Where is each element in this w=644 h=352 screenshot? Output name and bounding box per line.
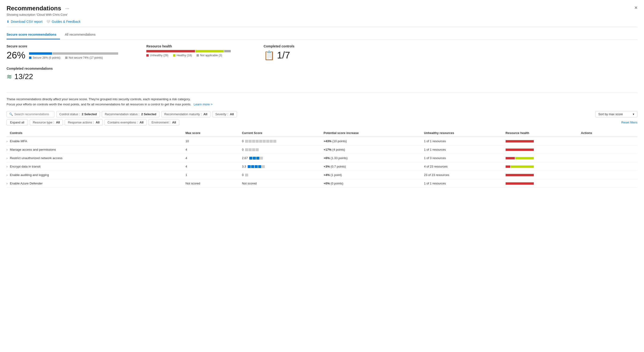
- secure-score-bar: [29, 52, 118, 55]
- table-row: ›Manage access and permissions40+17% (4 …: [6, 146, 638, 154]
- na-dot: [196, 54, 199, 57]
- reset-filters-link[interactable]: Reset filters: [621, 121, 638, 124]
- heart-icon: 🤍: [46, 20, 50, 24]
- completed-recommendations-block: Completed recommendations ≋ 13/22: [6, 67, 118, 81]
- resource-health-legend: Unhealthy (29) Healthy (18) Not applicab…: [146, 54, 231, 57]
- page-subtitle: Showing subscription 'Cloud With Chris C…: [6, 13, 638, 17]
- col-maxscore-header: Max score: [186, 129, 242, 137]
- completed-controls-value-row: 📋 1/7: [264, 50, 294, 61]
- guides-feedback-button[interactable]: 🤍 Guides & Feedback: [46, 20, 80, 24]
- row-actions: [581, 162, 638, 171]
- tab-secure-score[interactable]: Secure score recommendations: [6, 31, 60, 40]
- not-secure-dot: [65, 57, 68, 59]
- row-expand-arrow[interactable]: ›: [6, 171, 10, 179]
- environment-filter[interactable]: Environment : All: [148, 119, 179, 126]
- row-potential-score: +0% (0 points): [324, 179, 424, 188]
- search-box[interactable]: 🔍: [6, 111, 54, 117]
- row-actions: [581, 171, 638, 179]
- row-potential-score: +17% (4 points): [324, 146, 424, 154]
- download-csv-button[interactable]: ⬇ Download CSV report: [6, 20, 42, 24]
- row-actions: [581, 179, 638, 188]
- legend-not-secure: Not secure 74% (17 points): [65, 56, 103, 59]
- completed-recs-value-row: ≋ 13/22: [6, 72, 118, 81]
- row-expand-arrow[interactable]: ›: [6, 154, 10, 162]
- row-expand-arrow[interactable]: ›: [6, 162, 10, 171]
- row-resource-health: [506, 162, 581, 171]
- table-body: ›Enable MFA100+43% (10 points)1 of 1 res…: [6, 137, 638, 188]
- row-unhealthy-resources: 23 of 23 resources: [424, 171, 506, 179]
- recommendations-table: Controls Max score Current Score Potenti…: [6, 129, 638, 188]
- row-controls-name: Manage access and permissions: [10, 146, 186, 154]
- control-status-filter[interactable]: Control status : 2 Selected: [56, 111, 100, 117]
- severity-filter[interactable]: Severity : All: [212, 111, 237, 117]
- page-container: Recommendations ··· × Showing subscripti…: [0, 0, 644, 352]
- contains-exemptions-filter[interactable]: Contains exemptions : All: [104, 119, 146, 126]
- row-resource-health: [506, 171, 581, 179]
- row-unhealthy-resources: 4 of 23 resources: [424, 162, 506, 171]
- row-resource-health: [506, 179, 581, 188]
- secure-dot: [29, 57, 32, 59]
- secure-score-value: 26%: [6, 50, 25, 61]
- learn-more-link[interactable]: Learn more >: [194, 103, 212, 106]
- row-actions: [581, 154, 638, 162]
- completed-controls-value: 1/7: [277, 50, 290, 61]
- secure-score-label: Secure score: [6, 44, 118, 48]
- table-row: ›Enable MFA100+43% (10 points)1 of 1 res…: [6, 137, 638, 146]
- search-icon: 🔍: [9, 112, 13, 116]
- row-controls-name: Enable Azure Defender: [10, 179, 186, 188]
- rh-bar-unhealthy: [146, 50, 195, 52]
- completed-recs-label: Completed recommendations: [6, 67, 118, 70]
- row-unhealthy-resources: 1 of 1 resources: [424, 146, 506, 154]
- filters-row-1: 🔍 Control status : 2 Selected Recommenda…: [6, 111, 638, 117]
- row-max-score: 10: [186, 137, 242, 146]
- page-title: Recommendations: [6, 5, 61, 12]
- response-actions-filter[interactable]: Response actions : All: [65, 119, 102, 126]
- tab-all-recommendations[interactable]: All recommendations: [65, 31, 99, 40]
- sort-dropdown[interactable]: Sort by max score ▾: [595, 111, 638, 117]
- row-resource-health: [506, 154, 581, 162]
- secure-score-legend: Secure 26% (6 points) Not secure 74% (17…: [29, 56, 118, 59]
- filters-row-2: Expand all Resource type : All Response …: [6, 119, 638, 126]
- row-current-score: 3.3: [242, 162, 324, 171]
- filters-row-2-left: Expand all Resource type : All Response …: [6, 119, 179, 126]
- chevron-down-icon: ▾: [633, 112, 634, 116]
- rh-bar-na: [224, 50, 231, 52]
- col-controls-header: Controls: [10, 129, 186, 137]
- col-actions-header: Actions: [581, 129, 638, 137]
- col-unhealthy-header: Unhealthy resources: [424, 129, 506, 137]
- secure-score-block: Secure score 26% Secure 26% (6 points): [6, 44, 118, 86]
- row-controls-name: Restrict unauthorized network access: [10, 154, 186, 162]
- col-rh-header: Resource health: [506, 129, 581, 137]
- row-potential-score: +43% (10 points): [324, 137, 424, 146]
- row-max-score: 1: [186, 171, 242, 179]
- close-button[interactable]: ×: [634, 5, 638, 11]
- info-text-block: These recommendations directly affect yo…: [6, 97, 638, 107]
- table-header: Controls Max score Current Score Potenti…: [6, 129, 638, 137]
- completed-controls-label: Completed controls: [264, 44, 294, 48]
- row-expand-arrow[interactable]: ›: [6, 137, 10, 146]
- more-options-icon[interactable]: ···: [66, 6, 70, 11]
- controls-icon: 📋: [264, 50, 275, 61]
- recommendation-maturity-filter[interactable]: Recommendation maturity : All: [161, 111, 210, 117]
- download-icon: ⬇: [6, 20, 10, 24]
- resource-health-label: Resource health: [146, 44, 231, 48]
- legend-healthy: Healthy (18): [173, 54, 192, 57]
- table-row: ›Restrict unauthorized network access42.…: [6, 154, 638, 162]
- row-potential-score: +6% (1.33 points): [324, 154, 424, 162]
- row-resource-health: [506, 137, 581, 146]
- legend-na: Not applicable (3): [196, 54, 222, 57]
- search-input[interactable]: [14, 112, 52, 116]
- table-row: ›Encrypt data in transit43.3+3% (0.7 poi…: [6, 162, 638, 171]
- row-current-score: 0: [242, 146, 324, 154]
- row-unhealthy-resources: 1 of 1 resources: [424, 179, 506, 188]
- resource-type-filter[interactable]: Resource type : All: [30, 119, 63, 126]
- recommendation-status-filter[interactable]: Recommendation status : 2 Selected: [102, 111, 160, 117]
- unhealthy-dot: [146, 54, 149, 57]
- row-max-score: 4: [186, 162, 242, 171]
- tabs-container: Secure score recommendations All recomme…: [6, 31, 638, 40]
- row-current-score: 2.67: [242, 154, 324, 162]
- row-actions: [581, 146, 638, 154]
- row-expand-arrow[interactable]: ›: [6, 179, 10, 188]
- expand-all-button[interactable]: Expand all: [6, 119, 28, 126]
- row-expand-arrow[interactable]: ›: [6, 146, 10, 154]
